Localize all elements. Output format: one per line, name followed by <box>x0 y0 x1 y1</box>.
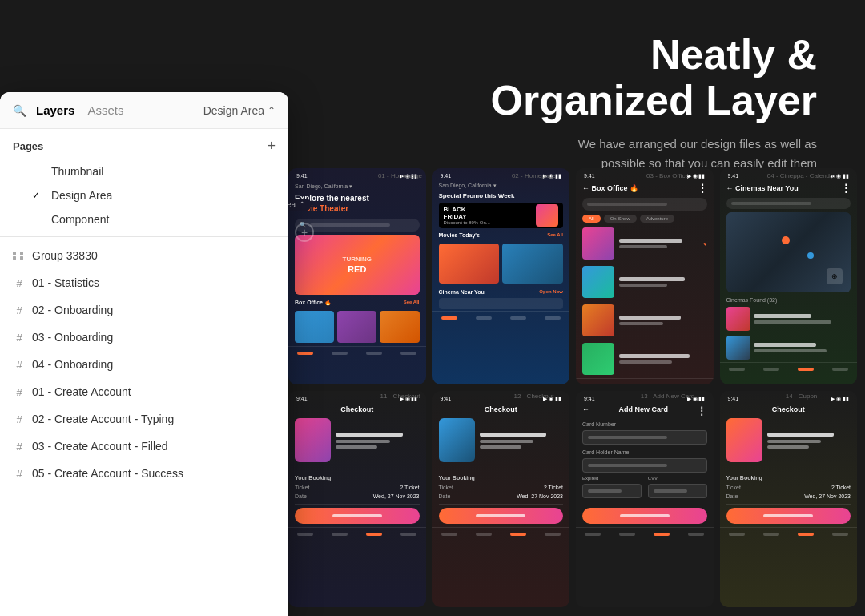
pay-btn-5[interactable] <box>295 508 420 524</box>
layer-02-create-account-typing[interactable]: # 02 - Create Account - Typing <box>0 405 288 433</box>
layer-01-create-account[interactable]: # 01 - Create Account <box>0 378 288 405</box>
bottom-nav-8 <box>720 527 858 541</box>
your-booking-label-6: Your Booking <box>432 473 570 483</box>
tab-assets[interactable]: Assets <box>87 103 123 117</box>
page-design-area-label: Design Area <box>51 189 112 202</box>
label-phone8: 14 - Cupon <box>738 393 865 400</box>
booking-detail-ticket-6: Ticket 2 Ticket <box>432 483 570 492</box>
booking-detail-date: Date Wed, 27 Nov 2023 <box>288 492 426 501</box>
hash-icon-create5: # <box>13 468 26 480</box>
label-phone5: 11 - Checkout <box>336 393 464 400</box>
section-box-office: Box Office 🔥 See All <box>288 298 426 308</box>
label-phone3: 03 - Box Office <box>604 172 731 179</box>
layers-panel: 🔍 Layers Assets Design Area Pages + Thum… <box>0 92 288 616</box>
layer-05-create-account-success[interactable]: # 05 - Create Account - Success <box>0 460 288 487</box>
row2-labels: 11 - Checkout 12 - Checkout 13 - Add New… <box>336 393 865 400</box>
page-item-component[interactable]: Component <box>19 207 288 232</box>
layer-group-label: Group 33830 <box>32 249 98 262</box>
label-phone7: 13 - Add New Card <box>604 393 731 400</box>
add-frame-button[interactable]: + <box>295 223 314 242</box>
design-area-tab[interactable]: Design Area <box>203 104 276 117</box>
layer-04-onboarding[interactable]: # 04 - Onboarding <box>0 351 288 378</box>
bottom-nav-3 <box>576 378 714 384</box>
box-office-title: ← Box Office 🔥 ⋮ <box>576 181 714 195</box>
phone-14-coupon: 9:41 ▶ ◉ ▮▮ Checkout Your Booking Ticket… <box>720 391 858 607</box>
movie-row-2 <box>432 244 570 284</box>
checkmark-thumbnail <box>32 166 45 177</box>
checkout-btn-8[interactable] <box>726 508 851 524</box>
checkmark-design-area: ✓ <box>32 190 45 201</box>
divider-8b <box>726 504 851 505</box>
phone-03-box-office: 9:41 ▶ ◉ ▮▮ ← Box Office 🔥 ⋮ All On-Show… <box>576 168 714 384</box>
card-holder-input[interactable] <box>582 458 707 473</box>
hash-icon-onboarding3: # <box>13 332 26 344</box>
page-item-thumbnail[interactable]: Thumbnail <box>19 159 288 183</box>
page-item-design-area[interactable]: ✓ Design Area <box>19 183 288 207</box>
map-view: ⊕ <box>726 212 851 292</box>
checkout-title-5: Checkout <box>288 404 426 415</box>
checkout-movie-6 <box>432 415 570 465</box>
special-promo: Special Promo this Week <box>432 191 570 201</box>
map-compass: ⊕ <box>827 268 843 284</box>
expired-label: Expired <box>582 476 642 481</box>
hash-icon-create2: # <box>13 413 26 425</box>
pages-label: Pages <box>13 140 43 152</box>
search-icon[interactable]: 🔍 <box>13 104 26 117</box>
checkout-title-6: Checkout <box>432 404 570 415</box>
card-number-input[interactable] <box>582 430 707 445</box>
divider-5 <box>295 469 420 469</box>
cinemas-title: ← Cinemas Near You ⋮ <box>720 181 858 195</box>
movie-thumb-1 <box>295 311 334 343</box>
cinema-near-you: Cinema Near You Open Now <box>432 287 570 296</box>
booking-detail-date-8: Date Wed, 27 Nov 2023 <box>720 492 858 501</box>
row1-labels: 01 - Homepage 02 - Homepage 03 - Box Off… <box>336 172 865 179</box>
layer-03-create-account-filled[interactable]: # 03 - Create Account - Filled <box>0 433 288 460</box>
coupon-movie <box>720 415 858 465</box>
map-pin-2 <box>807 252 814 259</box>
phone-location-2: San Diego, California ▾ <box>432 181 570 191</box>
bottom-nav-5 <box>288 527 426 541</box>
layer-02-onboarding[interactable]: # 02 - Onboarding <box>0 296 288 324</box>
label-phone1: 01 - Homepage <box>336 172 464 179</box>
layer-03-onboarding[interactable]: # 03 - Onboarding <box>0 324 288 351</box>
movie-thumb-3 <box>380 311 419 343</box>
phones-grid: 9:41 ▶ ◉ ▮▮ San Diego, California ▾ Expl… <box>280 168 865 607</box>
bottom-nav-6 <box>432 527 570 541</box>
card-holder-label: Card Holder Name <box>576 445 714 458</box>
layers-header: 🔍 Layers Assets Design Area <box>0 92 288 129</box>
checkmark-component <box>32 214 45 225</box>
add-page-button[interactable]: + <box>267 139 276 153</box>
movie-item-best-guys <box>576 301 714 340</box>
hero-section: Neatly & Organized Layer We have arrange… <box>288 0 865 189</box>
page-thumbnail-label: Thumbnail <box>51 165 103 178</box>
cinema-item-vue <box>720 304 858 333</box>
label-phone6: 12 - Checkout <box>470 393 597 400</box>
cvv-input[interactable] <box>648 484 707 498</box>
movies-today: Movies Today's See All <box>432 230 570 240</box>
layer-01-statistics[interactable]: # 01 - Statistics <box>0 269 288 296</box>
layer-group-33830[interactable]: Group 33830 <box>0 242 288 269</box>
pay-btn-6[interactable] <box>439 508 564 524</box>
tab-layers[interactable]: Layers <box>36 103 74 117</box>
expiry-cvv-row: Expired CVV <box>582 476 707 501</box>
pages-section: Pages + <box>0 129 288 159</box>
search-bar-4 <box>726 198 851 209</box>
main-poster-1: TURNING RED <box>295 235 420 295</box>
layer-create5-label: 05 - Create Account - Success <box>32 467 183 480</box>
card-number-label: Card Number <box>576 418 714 430</box>
cinema-item-2 <box>439 298 564 309</box>
layer-onboarding2-label: 02 - Onboarding <box>32 304 113 316</box>
phone-11-checkout: 9:41 ▶ ◉ ▮▮ Checkout Your Booking Ticket… <box>288 391 426 607</box>
layer-onboarding4-label: 04 - Onboarding <box>32 358 113 371</box>
expired-input[interactable] <box>582 484 642 498</box>
cinema-item-paramount <box>720 333 858 362</box>
movie-thumb-b <box>502 244 563 284</box>
phone-12-checkout: 9:41 ▶ ◉ ▮▮ Checkout Your Booking Ticket… <box>432 391 570 607</box>
your-booking-label-8: Your Booking <box>720 473 858 483</box>
booking-detail-date-6: Date Wed, 27 Nov 2023 <box>432 492 570 501</box>
movie-item-wish-dragon: ♥ <box>576 224 714 263</box>
divider-6b <box>439 504 564 505</box>
add-card-btn[interactable] <box>582 508 707 524</box>
black-friday-banner: BLACK FRIDAY Discount to 80% On... <box>439 203 564 228</box>
layer-create2-label: 02 - Create Account - Typing <box>32 413 174 425</box>
